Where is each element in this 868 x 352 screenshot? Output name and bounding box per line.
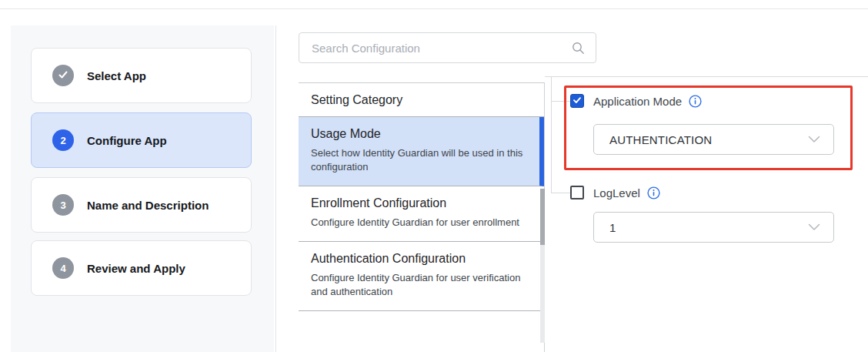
category-description: Select how Identity Guardian will be use…	[311, 146, 526, 174]
category-title: Usage Mode	[311, 127, 527, 141]
step-number-badge: 3	[52, 194, 74, 216]
search-input[interactable]	[299, 42, 572, 55]
category-title: Authentication Configuration	[311, 252, 532, 266]
loglevel-label-row: LogLevel	[593, 186, 660, 199]
step-review-and-apply[interactable]: 4 Review and Apply	[31, 240, 252, 296]
field-label: Application Mode	[593, 95, 682, 108]
wizard-stepper: Select App 2 Configure App 3 Name and De…	[11, 25, 274, 352]
tree-connector-stub	[551, 193, 570, 193]
step-select-app[interactable]: Select App	[31, 48, 252, 103]
list-scrollbar-track	[540, 245, 545, 343]
application-mode-label-row: Application Mode	[593, 94, 702, 108]
detail-panel-top-border	[545, 76, 868, 77]
dropdown-value: 1	[609, 221, 616, 234]
category-description: Configure Identity Guardian for user enr…	[311, 216, 526, 230]
category-description: Configure Identity Guardian for user ver…	[311, 271, 526, 299]
step-number-badge: 4	[52, 257, 74, 279]
step-completed-indicator	[52, 65, 74, 86]
category-title: Enrollment Configuration	[311, 196, 532, 210]
list-header: Setting Category	[299, 83, 544, 117]
setting-category-list: Setting Category Usage Mode Select how I…	[299, 82, 545, 352]
page-top-divider	[0, 8, 868, 9]
info-icon[interactable]	[689, 95, 702, 108]
step-number-badge: 2	[52, 129, 74, 151]
info-icon[interactable]	[647, 186, 660, 199]
step-configure-app[interactable]: 2 Configure App	[31, 112, 252, 168]
list-scrollbar-thumb[interactable]	[540, 189, 545, 245]
tree-connector-stub	[551, 101, 570, 102]
stepper-content-divider	[275, 25, 276, 352]
check-icon	[573, 94, 582, 108]
application-mode-checkbox[interactable]	[570, 94, 584, 108]
category-authentication-configuration[interactable]: Authentication Configuration Configure I…	[299, 242, 544, 311]
category-enrollment-configuration[interactable]: Enrollment Configuration Configure Ident…	[299, 186, 544, 242]
chevron-down-icon	[808, 136, 820, 143]
step-label: Review and Apply	[87, 262, 185, 275]
chevron-down-icon	[808, 223, 820, 231]
field-label: LogLevel	[593, 186, 640, 199]
loglevel-checkbox[interactable]	[570, 186, 584, 199]
step-label: Configure App	[87, 134, 167, 147]
category-usage-mode[interactable]: Usage Mode Select how Identity Guardian …	[299, 117, 544, 186]
step-label: Name and Description	[87, 199, 209, 212]
step-name-and-description[interactable]: 3 Name and Description	[31, 177, 252, 233]
loglevel-dropdown[interactable]: 1	[593, 212, 834, 243]
search-configuration-box	[299, 32, 596, 63]
dropdown-value: AUTHENTICATION	[609, 133, 712, 146]
application-mode-dropdown[interactable]: AUTHENTICATION	[593, 124, 834, 155]
check-icon	[58, 69, 68, 82]
search-icon	[572, 42, 585, 55]
tree-connector-line	[551, 77, 552, 193]
step-label: Select App	[87, 69, 146, 82]
